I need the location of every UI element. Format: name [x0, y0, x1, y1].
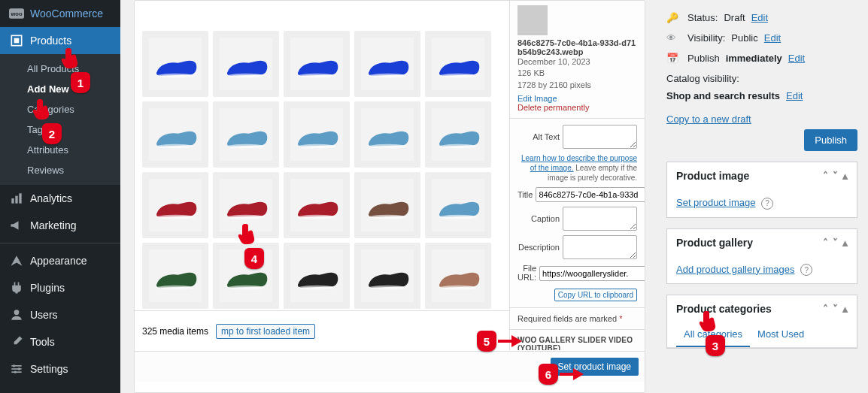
media-thumb[interactable] [284, 101, 350, 168]
edit-status-link[interactable]: Edit [751, 12, 768, 23]
panel-controls: ˄ ˅ ▴ [823, 303, 848, 315]
media-thumb[interactable] [354, 172, 420, 238]
svg-point-53 [439, 286, 476, 290]
admin-sidebar: woo WooCommerce Products All Products Ad… [0, 0, 120, 393]
status-row: 🔑 Status: Draft Edit [666, 8, 857, 28]
media-thumb[interactable] [284, 31, 350, 97]
media-thumb[interactable] [425, 243, 491, 309]
alt-text-help: Learn how to describe the purpose of the… [517, 153, 637, 183]
media-thumb[interactable] [354, 243, 420, 309]
media-thumb[interactable] [142, 101, 208, 168]
analytics-icon [9, 191, 24, 206]
alt-text-input[interactable] [563, 125, 637, 149]
menu-item-tools[interactable]: Tools [0, 328, 120, 355]
submenu-reviews[interactable]: Reviews [0, 160, 120, 180]
product-categories-panel: Product categories ˄ ˅ ▴ All categories … [666, 295, 857, 349]
media-thumb[interactable] [142, 31, 208, 97]
media-grid[interactable] [135, 23, 499, 310]
set-product-image-link[interactable]: Set product image [676, 197, 756, 208]
menu-label: Marketing [30, 219, 76, 231]
menu-label: Appearance [30, 255, 87, 267]
menu-item-products[interactable]: Products [0, 27, 120, 54]
chevron-up-icon[interactable]: ˄ [823, 237, 828, 249]
publish-button[interactable]: Publish [804, 129, 857, 151]
panel-header[interactable]: Product gallery ˄ ˅ ▴ [667, 229, 857, 256]
media-thumb[interactable] [213, 172, 279, 238]
add-gallery-images-link[interactable]: Add product gallery images [676, 264, 795, 275]
media-thumb[interactable] [284, 243, 350, 309]
media-thumb[interactable] [284, 172, 350, 238]
menu-item-woocommerce[interactable]: woo WooCommerce [0, 0, 120, 27]
media-thumb[interactable] [425, 172, 491, 238]
media-thumb[interactable] [213, 101, 279, 168]
edit-image-link[interactable]: Edit Image [517, 94, 637, 103]
svg-point-13 [14, 371, 17, 373]
media-thumb[interactable] [425, 101, 491, 168]
media-thumb[interactable] [425, 31, 491, 97]
media-thumb[interactable] [213, 243, 279, 309]
help-icon[interactable]: ? [761, 198, 773, 210]
chevron-up-icon[interactable]: ˄ [823, 303, 828, 315]
title-field: Title [517, 187, 637, 202]
tools-icon [9, 334, 24, 349]
edit-catalog-link[interactable]: Edit [786, 90, 803, 101]
tab-most-used[interactable]: Most Used [750, 322, 812, 347]
media-thumb[interactable] [142, 172, 208, 238]
panel-header[interactable]: Product image ˄ ˅ ▴ [667, 162, 857, 189]
menu-item-analytics[interactable]: Analytics [0, 185, 120, 212]
media-thumb[interactable] [354, 101, 420, 168]
svg-point-45 [156, 286, 193, 290]
submenu-attributes[interactable]: Attributes [0, 140, 120, 160]
category-tabs: All categories Most Used [667, 322, 857, 348]
svg-rect-5 [15, 196, 17, 204]
visibility-value: Public [731, 32, 757, 44]
menu-item-settings[interactable]: Settings [0, 355, 120, 382]
media-thumb[interactable] [142, 243, 208, 309]
description-input[interactable] [563, 235, 637, 259]
publish-row: 📅 Publish immediately Edit [666, 48, 857, 68]
svg-point-23 [439, 74, 476, 78]
tab-all-categories[interactable]: All categories [676, 322, 750, 347]
menu-item-plugins[interactable]: Plugins [0, 274, 120, 301]
svg-point-19 [298, 74, 335, 78]
menu-item-appearance[interactable]: Appearance [0, 247, 120, 274]
file-url-input[interactable] [539, 266, 645, 281]
svg-point-51 [369, 286, 405, 290]
triangle-up-icon[interactable]: ▴ [842, 237, 848, 249]
submenu-tags[interactable]: Tags [0, 119, 120, 140]
copy-to-draft-link[interactable]: Copy to a new draft [666, 113, 751, 125]
media-thumb[interactable] [213, 31, 279, 97]
caption-input[interactable] [563, 207, 637, 231]
chevron-up-icon[interactable]: ˄ [823, 170, 828, 182]
jump-first-button[interactable]: mp to first loaded item [216, 324, 315, 339]
caption-field: Caption [517, 207, 637, 231]
products-submenu: All Products Add New Categories Tags Att… [0, 54, 120, 185]
edit-publish-link[interactable]: Edit [788, 53, 805, 64]
set-product-image-button[interactable]: Set product image [551, 358, 639, 376]
menu-label: Tools [30, 336, 55, 348]
menu-item-marketing[interactable]: Marketing [0, 212, 120, 239]
delete-permanently-link[interactable]: Delete permanently [517, 103, 637, 112]
svg-rect-6 [19, 193, 21, 203]
edit-visibility-link[interactable]: Edit [764, 32, 781, 44]
title-input[interactable] [536, 187, 645, 202]
triangle-up-icon[interactable]: ▴ [842, 170, 848, 182]
panel-header[interactable]: Product categories ˄ ˅ ▴ [667, 295, 857, 322]
product-image-panel: Product image ˄ ˅ ▴ Set product image ? [666, 162, 857, 218]
media-thumb[interactable] [354, 31, 420, 97]
help-icon[interactable]: ? [800, 264, 812, 276]
product-gallery-panel: Product gallery ˄ ˅ ▴ Add product galler… [666, 228, 857, 285]
svg-point-31 [369, 144, 405, 149]
triangle-up-icon[interactable]: ▴ [842, 303, 848, 315]
required-note: Required fields are marked * [517, 314, 637, 323]
chevron-down-icon[interactable]: ˅ [833, 303, 838, 315]
svg-point-11 [13, 364, 15, 367]
submenu-all-products[interactable]: All Products [0, 59, 120, 79]
svg-point-15 [156, 74, 193, 78]
submenu-categories[interactable]: Categories [0, 99, 120, 119]
copy-url-button[interactable]: Copy URL to clipboard [554, 289, 637, 301]
menu-item-users[interactable]: Users [0, 301, 120, 328]
submenu-add-new[interactable]: Add New [0, 79, 120, 99]
chevron-down-icon[interactable]: ˅ [833, 170, 838, 182]
chevron-down-icon[interactable]: ˅ [833, 237, 838, 249]
